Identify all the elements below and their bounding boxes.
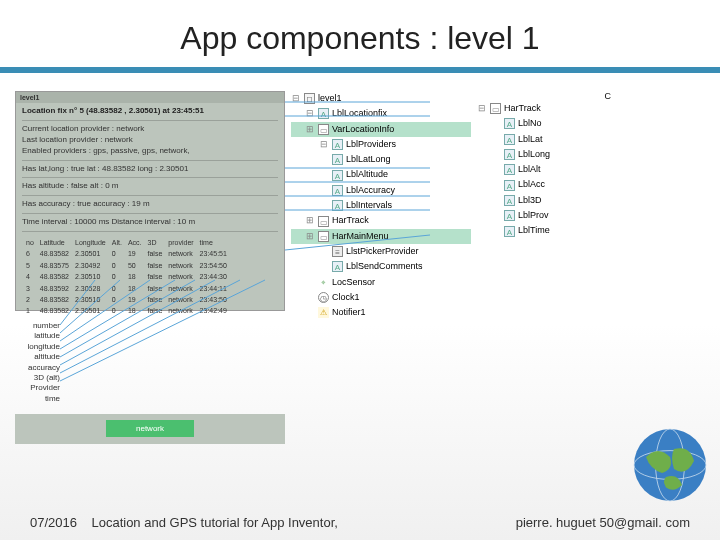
expand-icon[interactable]: ⊞ <box>305 122 315 137</box>
component-tree-main: ⊟□level1⊟ALblLocationfix⊞▭VarLocationInf… <box>291 91 471 320</box>
component-icon: A <box>504 210 515 221</box>
tree-item[interactable]: ◷Clock1 <box>291 290 471 305</box>
tree-label: LblNo <box>518 116 542 131</box>
tree-item[interactable]: ⊞▭VarLocationInfo <box>291 122 471 137</box>
tree-item[interactable]: ⊟ALblLocationfix <box>291 106 471 121</box>
phone-titlebar: level1 <box>16 92 284 103</box>
tree-label: LblProv <box>518 208 549 223</box>
column-label: 3D (alt) <box>15 373 60 383</box>
right-column: C ⊟▭HarTrackALblNoALblLatALblLongALblAlt… <box>477 91 617 471</box>
middle-column: ⊟□level1⊟ALblLocationfix⊞▭VarLocationInf… <box>291 91 471 471</box>
footer-date: 07/2016 <box>30 515 77 530</box>
tree-item[interactable]: ALblAltitude <box>291 167 471 182</box>
tree-item[interactable]: ⊞▭HarMainMenu <box>291 229 471 244</box>
tree-item[interactable]: ALblLong <box>477 147 617 162</box>
divider <box>0 67 720 73</box>
tree-item[interactable]: ALblAlt <box>477 162 617 177</box>
column-label: time <box>15 394 60 404</box>
tree-label: LocSensor <box>332 275 375 290</box>
tree-label: LblSendComments <box>346 259 423 274</box>
tree-item[interactable]: ALblLat <box>477 132 617 147</box>
component-icon: ▭ <box>318 231 329 242</box>
tree-item[interactable]: ALblAcc <box>477 177 617 192</box>
column-label: altitude <box>15 352 60 362</box>
table-header: 3D <box>146 238 165 247</box>
tree-label: LblLat <box>518 132 543 147</box>
tree-item[interactable]: ⊟□level1 <box>291 91 471 106</box>
tree-item[interactable]: ⊟ALblProviders <box>291 137 471 152</box>
tree-label: HarTrack <box>332 213 369 228</box>
tree-label: Lbl3D <box>518 193 542 208</box>
column-label: latitude <box>15 331 60 341</box>
component-icon: □ <box>304 93 315 104</box>
tree-item[interactable]: ALblSendComments <box>291 259 471 274</box>
tree-label: LblTime <box>518 223 550 238</box>
component-icon: A <box>504 180 515 191</box>
expand-icon[interactable]: ⊟ <box>291 91 301 106</box>
tree-item[interactable]: ALblLatLong <box>291 152 471 167</box>
table-header: Longitude <box>73 238 108 247</box>
tree-item[interactable]: ⊟▭HarTrack <box>477 101 617 116</box>
table-row: 548.835752.30492050falsenetwork23:54:50 <box>24 261 229 270</box>
phone-bottom: network <box>15 414 285 444</box>
component-icon: ≡ <box>332 246 343 257</box>
tree-item[interactable]: ⌖LocSensor <box>291 275 471 290</box>
tree-label: Clock1 <box>332 290 360 305</box>
tree-item[interactable]: ALbl3D <box>477 193 617 208</box>
accuracy-line: Has accuracy : true accuracy : 19 m <box>22 199 278 210</box>
expand-icon[interactable]: ⊞ <box>305 229 315 244</box>
tree-label: HarTrack <box>504 101 541 116</box>
arrow-area <box>60 311 285 404</box>
component-icon: A <box>504 134 515 145</box>
network-button[interactable]: network <box>106 420 194 437</box>
tree-label: LlstPickerProvider <box>346 244 419 259</box>
component-icon: A <box>332 261 343 272</box>
component-icon: A <box>318 108 329 119</box>
component-tree-right: ⊟▭HarTrackALblNoALblLatALblLongALblAltAL… <box>477 101 617 239</box>
expand-icon[interactable]: ⊟ <box>477 101 487 116</box>
track-table: noLatitudeLongitudeAlt.Acc.3Dprovidertim… <box>22 236 231 318</box>
footer: 07/2016 Location and GPS tutorial for Ap… <box>0 515 720 530</box>
fix-line: Location fix n° 5 (48.83582 , 2.30501) a… <box>22 106 278 117</box>
component-icon: A <box>332 185 343 196</box>
last-provider: Last location provider : network <box>22 135 278 146</box>
right-header: C <box>477 91 617 101</box>
component-icon: ▭ <box>490 103 501 114</box>
component-icon: A <box>504 164 515 175</box>
column-label: number <box>15 321 60 331</box>
tree-label: Notifier1 <box>332 305 366 320</box>
tree-item[interactable]: ALblProv <box>477 208 617 223</box>
table-row: 348.835922.30528018falsenetwork23:44:11 <box>24 284 229 293</box>
tree-label: LblAccuracy <box>346 183 395 198</box>
component-icon: ▭ <box>318 216 329 227</box>
tree-item[interactable]: ALblNo <box>477 116 617 131</box>
tree-item[interactable]: ≡LlstPickerProvider <box>291 244 471 259</box>
expand-icon[interactable]: ⊟ <box>319 137 329 152</box>
tree-label: LblIntervals <box>346 198 392 213</box>
column-labels: numberlatitudelongitudealtitudeaccuracy3… <box>15 311 285 404</box>
tree-label: HarMainMenu <box>332 229 389 244</box>
tree-item[interactable]: ALblIntervals <box>291 198 471 213</box>
table-header: no <box>24 238 36 247</box>
table-row: 448.835822.30510018falsenetwork23:44:30 <box>24 272 229 281</box>
component-icon: A <box>504 195 515 206</box>
component-icon: A <box>332 139 343 150</box>
tree-item[interactable]: ⊞▭HarTrack <box>291 213 471 228</box>
enabled-providers: Enabled providers : gps, passive, gps, n… <box>22 146 278 157</box>
column-label: accuracy <box>15 363 60 373</box>
left-column: level1 Location fix n° 5 (48.83582 , 2.3… <box>15 91 285 471</box>
interval-line: Time interval : 10000 ms Distance interv… <box>22 217 278 228</box>
tree-item[interactable]: ALblAccuracy <box>291 183 471 198</box>
expand-icon[interactable]: ⊞ <box>305 213 315 228</box>
table-header: Acc. <box>126 238 144 247</box>
component-icon: A <box>332 170 343 181</box>
tree-label: LblAcc <box>518 177 545 192</box>
tree-item[interactable]: ⚠Notifier1 <box>291 305 471 320</box>
table-header: provider <box>166 238 195 247</box>
tree-item[interactable]: ALblTime <box>477 223 617 238</box>
table-header: Latitude <box>38 238 71 247</box>
tree-label: LblLatLong <box>346 152 391 167</box>
table-header: Alt. <box>110 238 124 247</box>
table-header: time <box>198 238 229 247</box>
expand-icon[interactable]: ⊟ <box>305 106 315 121</box>
